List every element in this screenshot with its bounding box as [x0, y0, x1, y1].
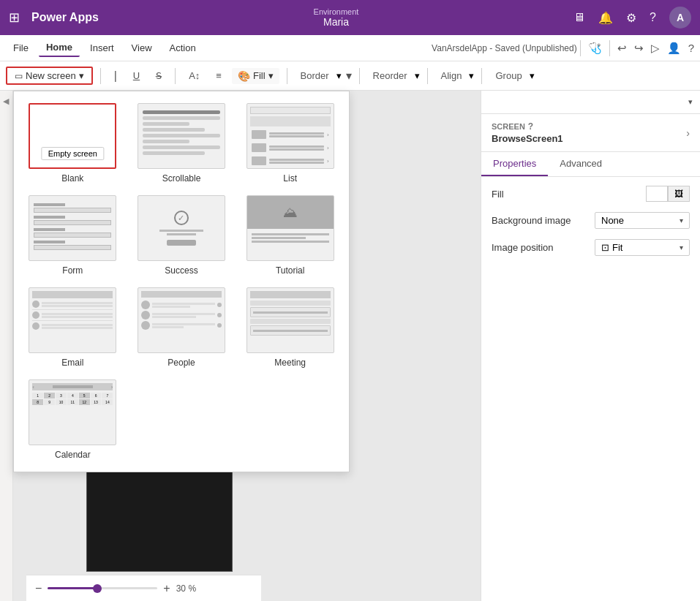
panel-expand-button[interactable]: ›: [686, 127, 690, 139]
share-icon[interactable]: 👤: [667, 42, 681, 55]
success-button: [167, 240, 196, 246]
people-line-3b: [152, 326, 184, 328]
fill-edit-button[interactable]: 🖼: [668, 186, 690, 202]
strikethrough-button[interactable]: S̶: [150, 67, 168, 84]
background-image-prop-row: Background image None ▾: [492, 212, 690, 229]
people-line-2a: [152, 313, 215, 315]
zoom-slider[interactable]: [48, 587, 157, 589]
template-tutorial-thumb: ⛰: [246, 195, 334, 261]
menu-home[interactable]: Home: [39, 39, 80, 57]
left-sidebar: ◀: [0, 91, 13, 601]
template-people[interactable]: People: [135, 287, 229, 368]
toolbar-separator-4: [359, 68, 360, 84]
waffle-icon[interactable]: ⊞: [9, 10, 20, 26]
zoom-thumb[interactable]: [93, 584, 102, 593]
template-meeting-label: Meeting: [274, 358, 306, 368]
reorder-group: Reorder ▾: [367, 67, 420, 84]
reorder-chevron[interactable]: ▾: [415, 70, 420, 81]
help-menu-icon[interactable]: ?: [688, 42, 694, 54]
bell-icon[interactable]: 🔔: [598, 11, 613, 25]
menu-file[interactable]: File: [6, 39, 36, 56]
template-calendar[interactable]: ‹ › 1 2 3 4 5 6 7 8 9 10 11 12: [26, 379, 120, 460]
template-meeting[interactable]: Meeting: [243, 287, 337, 368]
play-icon[interactable]: ▷: [651, 42, 660, 55]
template-email[interactable]: Email: [26, 287, 120, 368]
people-row-1: [141, 300, 222, 309]
menu-action[interactable]: Action: [162, 39, 203, 56]
fill-color-swatch[interactable]: [646, 186, 668, 202]
template-success[interactable]: ✓ Success: [135, 195, 229, 276]
menu-view[interactable]: View: [124, 39, 159, 56]
list-row-2: ›: [250, 142, 331, 154]
environment-name: Maria: [314, 16, 359, 28]
fill-chevron: ▾: [268, 70, 274, 81]
fill-prop-value: 🖼: [579, 186, 690, 202]
background-image-selected: None: [601, 215, 624, 226]
image-position-dropdown[interactable]: ⊡ Fit ▾: [595, 239, 690, 256]
border-button[interactable]: Border: [295, 67, 335, 84]
background-image-dropdown[interactable]: None ▾: [595, 212, 690, 229]
template-blank-label: Blank: [61, 173, 83, 184]
health-icon[interactable]: 🩺: [588, 42, 602, 55]
scroll-line-7: [143, 145, 220, 149]
group-chevron[interactable]: ▾: [530, 70, 535, 81]
undo-icon[interactable]: ↩: [617, 42, 627, 55]
tab-properties[interactable]: Properties: [481, 152, 548, 176]
toolbar-separator-6: [481, 68, 482, 84]
template-list[interactable]: › › ›: [243, 103, 337, 184]
align-pos-button[interactable]: Align: [435, 67, 468, 84]
right-panel: ▾ SCREEN ? BrowseScreen1 › Properties Ad…: [481, 91, 700, 601]
row-lines-2: [269, 145, 324, 151]
settings-icon[interactable]: ⚙: [626, 11, 636, 25]
align-chevron[interactable]: ▾: [469, 70, 474, 81]
template-tutorial[interactable]: ⛰ Tutorial: [243, 195, 337, 276]
fill-button[interactable]: 🎨 Fill ▾: [232, 68, 279, 84]
new-screen-button[interactable]: ▭ New screen ▾: [6, 67, 93, 85]
form-label-4: [34, 241, 64, 243]
expand-chevron[interactable]: ▾: [346, 69, 352, 83]
tutorial-line-2: [252, 237, 306, 239]
zoom-in-button[interactable]: +: [163, 582, 170, 595]
border-chevron[interactable]: ▾: [336, 70, 342, 81]
align-button[interactable]: ≡: [210, 67, 227, 84]
zoom-bar: − + 30 %: [26, 575, 261, 601]
form-label-3: [34, 228, 64, 231]
group-button[interactable]: Group: [489, 67, 527, 84]
form-label-1: [34, 203, 64, 206]
success-line-1: [159, 230, 203, 232]
meeting-block-line-1: [253, 311, 328, 314]
menu-insert[interactable]: Insert: [83, 39, 121, 56]
divider-icon[interactable]: |: [108, 67, 123, 86]
font-size-button[interactable]: A↕: [183, 67, 206, 84]
redo-icon[interactable]: ↪: [634, 42, 644, 55]
meeting-block-1: [250, 307, 331, 317]
row-lines-1: [269, 132, 324, 138]
template-form[interactable]: Form: [26, 195, 120, 276]
screen-help-icon[interactable]: ?: [528, 121, 533, 132]
calendar-header: ‹ ›: [32, 383, 113, 390]
row-icon-1: [252, 130, 266, 139]
avatar[interactable]: A: [669, 7, 691, 29]
monitor-icon[interactable]: 🖥: [573, 11, 585, 24]
cal-11: 11: [67, 399, 78, 405]
people-content: [138, 288, 225, 334]
list-content: › › ›: [247, 104, 334, 169]
row-line-1b: [269, 135, 324, 137]
prop-top-dropdown[interactable]: ▾: [481, 91, 700, 114]
toolbar: ▭ New screen ▾ | U S̶ A↕ ≡ 🎨 Fill ▾ Bord…: [0, 61, 700, 91]
left-sidebar-icon[interactable]: ◀: [1, 97, 11, 106]
fill-prop-label: Fill: [492, 189, 579, 200]
app-status: VanArsdelApp - Saved (Unpublished): [432, 43, 577, 53]
zoom-out-button[interactable]: −: [35, 582, 42, 595]
props-body: Fill 🖼 Background image None ▾ Image pos…: [481, 177, 700, 275]
template-scrollable[interactable]: Scrollable: [135, 103, 229, 184]
underline-button[interactable]: U: [127, 67, 146, 84]
screen-info: SCREEN ? BrowseScreen1 ›: [481, 114, 700, 152]
list-row-1: ›: [250, 129, 331, 140]
help-icon[interactable]: ?: [650, 11, 656, 24]
template-blank[interactable]: Empty screen Blank: [26, 103, 120, 184]
image-position-prop-row: Image position ⊡ Fit ▾: [492, 239, 690, 256]
reorder-button[interactable]: Reorder: [367, 67, 413, 84]
list-header: [250, 116, 331, 126]
tab-advanced[interactable]: Advanced: [548, 152, 614, 176]
